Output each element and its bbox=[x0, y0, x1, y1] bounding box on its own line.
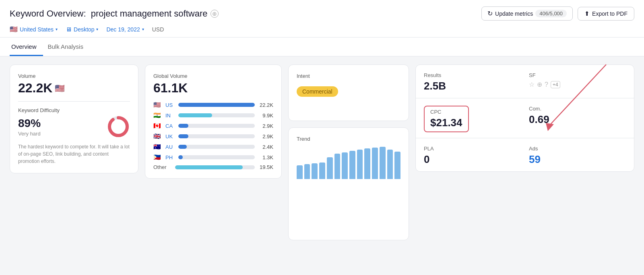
volume-label: Volume bbox=[18, 73, 130, 79]
cpc-value: $21.34 bbox=[430, 117, 462, 129]
kd-value: 89% bbox=[18, 117, 101, 130]
divider bbox=[18, 101, 130, 102]
results-label: Results bbox=[424, 72, 521, 78]
bar-bg-other bbox=[175, 165, 255, 169]
flag-uk: 🇬🇧 bbox=[153, 133, 162, 140]
country-row-ca: 🇨🇦 CA 2.9K bbox=[153, 122, 273, 129]
com-value: 0.69 bbox=[529, 113, 626, 126]
code-uk: UK bbox=[165, 133, 175, 140]
page-title: Keyword Overview: project management sof… bbox=[10, 8, 207, 19]
desktop-icon: 🖥 bbox=[66, 26, 72, 33]
val-us: 22.2K bbox=[258, 102, 273, 108]
country-row-au: 🇦🇺 AU 2.4K bbox=[153, 143, 273, 150]
bar-bg-in bbox=[178, 113, 255, 117]
bar-fill-uk bbox=[178, 134, 188, 138]
trend-bar-item bbox=[380, 147, 386, 179]
val-uk: 2.9K bbox=[258, 133, 273, 140]
kd-sub: Very hard bbox=[18, 131, 101, 137]
results-section: Results 2.5B SF ☆ ⊕ ? +4 bbox=[416, 65, 634, 98]
pla-value: 0 bbox=[424, 153, 521, 166]
pla-label: PLA bbox=[424, 146, 521, 152]
metrics-col: Results 2.5B SF ☆ ⊕ ? +4 bbox=[415, 65, 634, 240]
flag-us: 🇺🇸 bbox=[153, 101, 162, 108]
link-icon[interactable]: ⊕ bbox=[537, 81, 542, 88]
bar-fill-ph bbox=[178, 155, 183, 159]
code-au: AU bbox=[165, 144, 175, 150]
trend-bar-item bbox=[327, 157, 333, 179]
question-icon[interactable]: ? bbox=[545, 81, 548, 88]
right-side: Intent Commercial Trend bbox=[288, 65, 634, 240]
cpc-block: CPC $21.34 bbox=[424, 106, 521, 132]
sf-icons: ☆ ⊕ ? +4 bbox=[529, 81, 626, 88]
flag-au: 🇦🇺 bbox=[153, 143, 162, 150]
val-in: 9.9K bbox=[258, 112, 273, 119]
pla-ads-row: PLA 0 Ads 59 bbox=[424, 146, 626, 166]
trend-bar-item bbox=[349, 151, 355, 179]
code-in: IN bbox=[165, 112, 175, 119]
country-flag: 🇺🇸 bbox=[10, 25, 18, 33]
trend-bar-item bbox=[334, 154, 341, 179]
country-row-in: 🇮🇳 IN 9.9K bbox=[153, 112, 273, 119]
device-label: Desktop bbox=[74, 26, 94, 33]
cpc-label: CPC bbox=[430, 109, 462, 115]
code-ph: PH bbox=[165, 154, 175, 160]
intent-trend-col: Intent Commercial Trend bbox=[288, 65, 409, 240]
sf-block: SF ☆ ⊕ ? +4 bbox=[529, 72, 626, 92]
pla-ads-section: PLA 0 Ads 59 bbox=[416, 138, 634, 171]
cpc-row: CPC $21.34 Com. 0.69 bbox=[424, 106, 626, 132]
kd-row: 89% Very hard bbox=[18, 115, 130, 138]
kd-info: 89% Very hard bbox=[18, 117, 101, 137]
bar-fill-ca bbox=[178, 124, 188, 128]
add-keyword-button[interactable]: ⊕ bbox=[211, 10, 219, 18]
update-metrics-label: Update metrics bbox=[495, 10, 533, 17]
bar-fill-us bbox=[178, 103, 255, 107]
kd-description: The hardest keyword to compete for. It w… bbox=[18, 143, 130, 165]
page: Keyword Overview: project management sof… bbox=[0, 0, 644, 275]
chevron-down-icon-2: ▾ bbox=[96, 27, 98, 31]
trend-bar-item bbox=[357, 150, 363, 179]
val-ca: 2.9K bbox=[258, 123, 273, 129]
metrics-inner: Results 2.5B SF ☆ ⊕ ? +4 bbox=[415, 65, 634, 172]
update-metrics-button[interactable]: ↻ Update metrics 406/5,000 bbox=[481, 6, 573, 21]
chevron-down-icon: ▾ bbox=[56, 27, 58, 31]
bar-bg-uk bbox=[178, 134, 255, 138]
date-filter[interactable]: Dec 19, 2022 ▾ bbox=[106, 26, 144, 33]
country-row-us: 🇺🇸 US 22.2K bbox=[153, 101, 273, 108]
val-au: 2.4K bbox=[258, 144, 273, 150]
svg-point-1 bbox=[109, 118, 127, 135]
country-label: United States bbox=[20, 26, 54, 33]
trend-bar-item bbox=[319, 162, 325, 179]
bar-bg-ph bbox=[178, 155, 255, 159]
bar-fill-other bbox=[175, 165, 243, 169]
cpc-highlighted-box: CPC $21.34 bbox=[424, 106, 469, 132]
plus-icon: ⊕ bbox=[212, 10, 217, 17]
flag-in: 🇮🇳 bbox=[153, 112, 162, 119]
sf-plus-badge[interactable]: +4 bbox=[551, 81, 560, 88]
code-ca: CA bbox=[165, 123, 175, 129]
tab-overview[interactable]: Overview bbox=[10, 38, 43, 56]
trend-bar-item bbox=[394, 152, 400, 179]
header: Keyword Overview: project management sof… bbox=[0, 0, 644, 38]
header-actions: ↻ Update metrics 406/5,000 ⬆ Export to P… bbox=[481, 6, 634, 21]
country-filter[interactable]: 🇺🇸 United States ▾ bbox=[10, 25, 58, 33]
volume-flag: 🇺🇸 bbox=[55, 83, 65, 93]
export-pdf-button[interactable]: ⬆ Export to PDF bbox=[578, 7, 634, 21]
cpc-section: CPC $21.34 Com. 0.69 bbox=[416, 98, 634, 138]
com-label: Com. bbox=[529, 106, 626, 112]
intent-card: Intent Commercial bbox=[288, 65, 409, 121]
date-label: Dec 19, 2022 bbox=[106, 26, 140, 33]
results-value: 2.5B bbox=[424, 80, 521, 92]
global-volume-card: Global Volume 61.1K 🇺🇸 US 22.2K 🇮🇳 IN 9.… bbox=[145, 65, 282, 179]
device-filter[interactable]: 🖥 Desktop ▾ bbox=[66, 26, 98, 33]
intent-label: Intent bbox=[297, 73, 400, 79]
bar-bg-ca bbox=[178, 124, 255, 128]
flag-ph: 🇵🇭 bbox=[153, 154, 162, 161]
bar-fill-in bbox=[178, 113, 212, 117]
trend-bar-item bbox=[372, 148, 378, 179]
trend-label: Trend bbox=[297, 136, 400, 142]
country-row-ph: 🇵🇭 PH 1.3K bbox=[153, 154, 273, 161]
tab-bulk-analysis[interactable]: Bulk Analysis bbox=[46, 38, 90, 56]
title-prefix: Keyword Overview: bbox=[10, 8, 86, 19]
volume-card: Volume 22.2K 🇺🇸 Keyword Difficulty 89% V… bbox=[10, 65, 138, 173]
star-icon[interactable]: ☆ bbox=[529, 81, 535, 88]
